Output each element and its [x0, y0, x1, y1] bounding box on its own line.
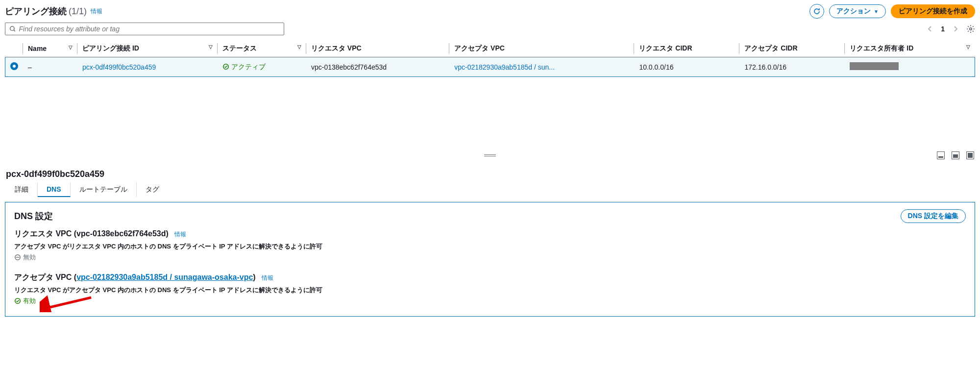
requester-desc: アクセプタ VPC がリクエスタ VPC 内のホストの DNS をプライベート … [14, 242, 966, 251]
detail-title: pcx-0df499f0bc520a459 [0, 165, 980, 182]
disabled-icon [14, 254, 21, 261]
dns-panel-title: DNS 設定 [14, 210, 53, 222]
table-row[interactable]: – pcx-0df499f0bc520a459 アクティブ vpc-0138eb… [5, 57, 975, 77]
accepter-status-enabled: 有効 [14, 297, 966, 305]
caret-down-icon: ▼ [874, 9, 879, 14]
col-name[interactable]: Name▽ [23, 40, 77, 57]
tab-routetable[interactable]: ルートテーブル [71, 182, 137, 197]
peering-table: Name▽ ピアリング接続 ID▽ ステータス▽ リクエスタ VPC アクセプタ… [5, 40, 975, 77]
col-req-vpc[interactable]: リクエスタ VPC [306, 40, 449, 57]
search-input[interactable] [19, 25, 280, 33]
info-link-requester[interactable]: 情報 [174, 231, 186, 238]
requester-vpc-label: リクエスタ VPC (vpc-0138ebc62f764e53d) [14, 229, 169, 238]
page-prev[interactable] [926, 25, 934, 33]
sort-icon: ▽ [966, 44, 970, 50]
layout-full-icon[interactable] [966, 151, 974, 159]
requester-status-disabled: 無効 [14, 253, 966, 262]
actions-button[interactable]: アクション ▼ [829, 4, 886, 18]
edit-dns-button[interactable]: DNS 設定を編集 [901, 209, 966, 223]
accepter-desc: リクエスタ VPC がアクセプタ VPC 内のホストの DNS をプライベート … [14, 286, 966, 295]
col-acc-vpc[interactable]: アクセプタ VPC [449, 40, 634, 57]
cell-status: アクティブ [222, 63, 266, 71]
tab-tags[interactable]: タグ [137, 182, 168, 197]
accepter-vpc-suffix: ) [253, 273, 255, 281]
cell-acc-cidr: 172.16.0.0/16 [739, 57, 845, 77]
splitter-handle[interactable] [484, 154, 496, 156]
search-box[interactable] [5, 23, 284, 35]
enabled-icon [14, 298, 21, 304]
info-link-accepter[interactable]: 情報 [262, 274, 273, 281]
sort-icon: ▽ [209, 44, 213, 50]
cell-req-cidr: 10.0.0.0/16 [634, 57, 739, 77]
actions-label: アクション [836, 7, 871, 16]
sort-icon: ▽ [69, 45, 73, 50]
gear-icon [966, 25, 975, 33]
refresh-icon [813, 7, 821, 15]
col-req-cidr[interactable]: リクエスタ CIDR [634, 40, 739, 57]
page-count: (1/1) [69, 6, 87, 17]
tab-dns[interactable]: DNS [38, 182, 71, 197]
accepter-vpc-link[interactable]: vpc-02182930a9ab5185d / sunagawa-osaka-v… [76, 273, 253, 281]
cell-acc-vpc-link[interactable]: vpc-02182930a9ab5185d / sun... [454, 63, 555, 71]
layout-bottom-icon[interactable] [937, 151, 945, 159]
col-pcx[interactable]: ピアリング接続 ID▽ [77, 40, 218, 57]
accepter-vpc-prefix: アクセプタ VPC ( [14, 273, 76, 281]
create-peering-button[interactable]: ピアリング接続を作成 [891, 4, 975, 18]
settings-button[interactable] [966, 25, 975, 33]
dns-panel: DNS 設定 DNS 設定を編集 リクエスタ VPC (vpc-0138ebc6… [5, 202, 975, 317]
page-number: 1 [941, 25, 945, 33]
refresh-button[interactable] [809, 4, 824, 19]
cell-pcx-link[interactable]: pcx-0df499f0bc520a459 [82, 63, 156, 71]
sort-icon: ▽ [297, 44, 301, 50]
detail-tabs: 詳細 DNS ルートテーブル タグ [0, 182, 980, 197]
col-req-owner[interactable]: リクエスタ所有者 ID▽ [845, 40, 975, 57]
svg-point-0 [10, 26, 14, 30]
search-icon [9, 25, 16, 32]
page-next[interactable] [952, 25, 959, 33]
layout-half-icon[interactable] [952, 151, 959, 159]
tab-detail[interactable]: 詳細 [6, 182, 38, 197]
info-link-header[interactable]: 情報 [91, 7, 102, 16]
page-title: ピアリング接続 [5, 5, 67, 17]
svg-point-1 [970, 28, 972, 30]
cell-name: – [23, 57, 77, 77]
cell-req-owner-redacted [850, 62, 899, 70]
cell-req-vpc: vpc-0138ebc62f764e53d [306, 57, 449, 77]
col-status[interactable]: ステータス▽ [218, 40, 306, 57]
row-radio[interactable] [10, 62, 18, 70]
col-acc-cidr[interactable]: アクセプタ CIDR [739, 40, 845, 57]
